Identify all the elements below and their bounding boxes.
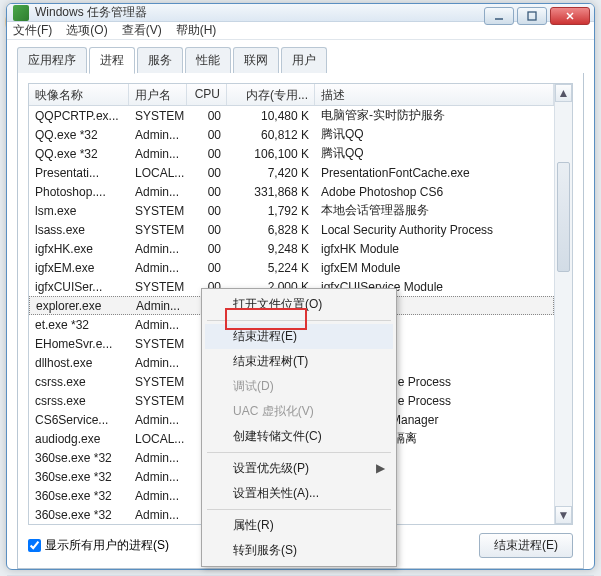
col-description[interactable]: 描述 [315, 84, 554, 105]
cell-user: Admin... [129, 127, 187, 143]
ctx-end-process[interactable]: 结束进程(E) [205, 324, 393, 349]
cell-user: Admin... [129, 488, 187, 504]
tab-performance[interactable]: 性能 [185, 47, 231, 73]
ctx-end-process-tree[interactable]: 结束进程树(T) [205, 349, 393, 374]
svg-rect-1 [528, 12, 536, 20]
menu-file[interactable]: 文件(F) [13, 22, 52, 39]
cell-user: SYSTEM [129, 279, 187, 295]
cell-image: et.exe *32 [29, 317, 129, 333]
ctx-set-affinity[interactable]: 设置相关性(A)... [205, 481, 393, 506]
cell-image: csrss.exe [29, 393, 129, 409]
cell-user: SYSTEM [129, 108, 187, 124]
window-title: Windows 任务管理器 [35, 4, 147, 21]
cell-user: SYSTEM [129, 374, 187, 390]
cell-image: CS6Service... [29, 412, 129, 428]
cell-user: Admin... [129, 355, 187, 371]
cell-image: QQPCRTP.ex... [29, 108, 129, 124]
ctx-set-priority[interactable]: 设置优先级(P)▶ [205, 456, 393, 481]
scroll-down-button[interactable]: ▼ [555, 506, 572, 524]
cell-desc: 电脑管家-实时防护服务 [315, 106, 554, 125]
cell-memory: 5,224 K [227, 260, 315, 276]
cell-cpu: 00 [187, 241, 227, 257]
col-cpu[interactable]: CPU [187, 84, 227, 105]
cell-cpu: 00 [187, 165, 227, 181]
cell-desc: Adobe Photoshop CS6 [315, 184, 554, 200]
cell-user: LOCAL... [129, 165, 187, 181]
cell-cpu: 00 [187, 146, 227, 162]
close-button[interactable] [550, 7, 590, 25]
cell-memory: 1,792 K [227, 203, 315, 219]
col-image-name[interactable]: 映像名称 [29, 84, 129, 105]
ctx-debug: 调试(D) [205, 374, 393, 399]
cell-cpu: 00 [187, 260, 227, 276]
table-row[interactable]: QQ.exe *32Admin...0060,812 K腾讯QQ [29, 125, 554, 144]
app-icon [13, 5, 29, 21]
col-memory[interactable]: 内存(专用... [227, 84, 315, 105]
tab-applications[interactable]: 应用程序 [17, 47, 87, 73]
show-all-users-checkbox[interactable]: 显示所有用户的进程(S) [28, 537, 169, 554]
cell-desc: 本地会话管理器服务 [315, 201, 554, 220]
ctx-open-file-location[interactable]: 打开文件位置(O) [205, 292, 393, 317]
cell-desc: 腾讯QQ [315, 144, 554, 163]
titlebar[interactable]: Windows 任务管理器 [7, 4, 594, 22]
scroll-track[interactable] [555, 102, 572, 506]
cell-user: Admin... [129, 469, 187, 485]
minimize-button[interactable] [484, 7, 514, 25]
cell-memory: 331,868 K [227, 184, 315, 200]
cell-desc: igfxEM Module [315, 260, 554, 276]
cell-image: Photoshop.... [29, 184, 129, 200]
menu-options[interactable]: 选项(O) [66, 22, 107, 39]
maximize-button[interactable] [517, 7, 547, 25]
vertical-scrollbar[interactable]: ▲ ▼ [554, 84, 572, 524]
cell-memory: 6,828 K [227, 222, 315, 238]
cell-memory: 10,480 K [227, 108, 315, 124]
tab-services[interactable]: 服务 [137, 47, 183, 73]
tab-users[interactable]: 用户 [281, 47, 327, 73]
cell-image: dllhost.exe [29, 355, 129, 371]
cell-image: EHomeSvr.e... [29, 336, 129, 352]
scroll-thumb[interactable] [557, 162, 570, 272]
table-row[interactable]: lsass.exeSYSTEM006,828 KLocal Security A… [29, 220, 554, 239]
ctx-goto-services[interactable]: 转到服务(S) [205, 538, 393, 563]
tab-strip: 应用程序 进程 服务 性能 联网 用户 [17, 47, 584, 74]
cell-user: Admin... [130, 298, 188, 314]
cell-memory: 106,100 K [227, 146, 315, 162]
cell-cpu: 00 [187, 184, 227, 200]
submenu-arrow-icon: ▶ [376, 461, 385, 475]
cell-cpu: 00 [187, 222, 227, 238]
cell-image: igfxCUISer... [29, 279, 129, 295]
ctx-properties[interactable]: 属性(R) [205, 513, 393, 538]
cell-user: Admin... [129, 146, 187, 162]
table-row[interactable]: Presentati...LOCAL...007,420 KPresentati… [29, 163, 554, 182]
menu-help[interactable]: 帮助(H) [176, 22, 217, 39]
cell-image: lsass.exe [29, 222, 129, 238]
tab-networking[interactable]: 联网 [233, 47, 279, 73]
ctx-uac-virtualization: UAC 虚拟化(V) [205, 399, 393, 424]
ctx-create-dump[interactable]: 创建转储文件(C) [205, 424, 393, 449]
show-all-users-input[interactable] [28, 539, 41, 552]
ctx-separator [207, 452, 391, 453]
cell-user: LOCAL... [129, 431, 187, 447]
col-user[interactable]: 用户名 [129, 84, 187, 105]
cell-user: SYSTEM [129, 203, 187, 219]
cell-image: Presentati... [29, 165, 129, 181]
ctx-separator [207, 509, 391, 510]
cell-desc: igfxHK Module [315, 241, 554, 257]
table-row[interactable]: QQPCRTP.ex...SYSTEM0010,480 K电脑管家-实时防护服务 [29, 106, 554, 125]
cell-image: csrss.exe [29, 374, 129, 390]
menu-view[interactable]: 查看(V) [122, 22, 162, 39]
cell-user: Admin... [129, 241, 187, 257]
cell-memory: 60,812 K [227, 127, 315, 143]
end-process-button[interactable]: 结束进程(E) [479, 533, 573, 558]
table-row[interactable]: igfxHK.exeAdmin...009,248 KigfxHK Module [29, 239, 554, 258]
context-menu: 打开文件位置(O) 结束进程(E) 结束进程树(T) 调试(D) UAC 虚拟化… [201, 288, 397, 567]
table-row[interactable]: igfxEM.exeAdmin...005,224 KigfxEM Module [29, 258, 554, 277]
table-row[interactable]: Photoshop....Admin...00331,868 KAdobe Ph… [29, 182, 554, 201]
tab-processes[interactable]: 进程 [89, 47, 135, 74]
cell-user: Admin... [129, 507, 187, 523]
scroll-up-button[interactable]: ▲ [555, 84, 572, 102]
cell-desc: PresentationFontCache.exe [315, 165, 554, 181]
cell-image: explorer.exe [30, 298, 130, 314]
table-row[interactable]: lsm.exeSYSTEM001,792 K本地会话管理器服务 [29, 201, 554, 220]
table-row[interactable]: QQ.exe *32Admin...00106,100 K腾讯QQ [29, 144, 554, 163]
